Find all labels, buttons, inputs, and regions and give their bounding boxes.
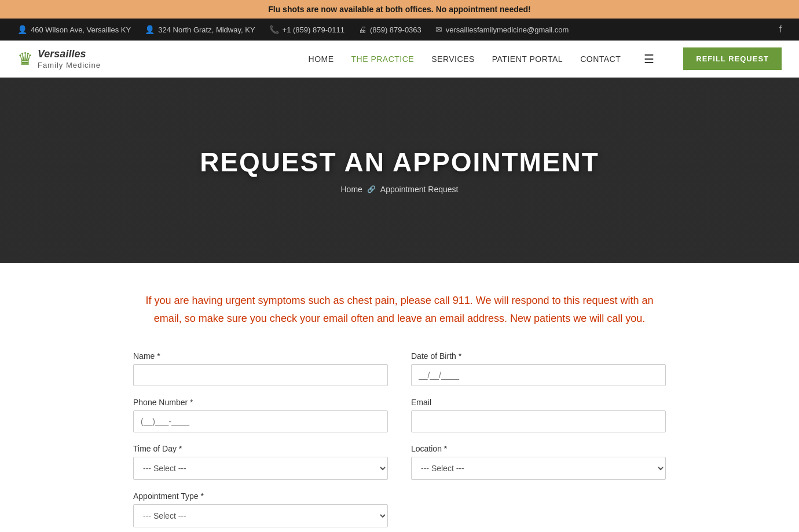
email-input[interactable]: [411, 410, 666, 432]
email-text: versaillesfamilymedicine@gmail.com: [446, 25, 569, 34]
email-label: Email: [411, 398, 666, 407]
address1-item: 👤 460 Wilson Ave, Versailles KY: [17, 25, 131, 34]
logo-name: Versailles: [38, 48, 101, 61]
hamburger-icon[interactable]: ☰: [644, 52, 654, 66]
nav-home[interactable]: HOME: [309, 54, 334, 64]
location2-icon: 👤: [145, 25, 155, 34]
name-label: Name *: [133, 351, 388, 361]
breadcrumb-home[interactable]: Home: [340, 185, 362, 194]
announcement-banner: Flu shots are now available at both offi…: [0, 0, 799, 19]
logo-subtitle: Family Medicine: [38, 61, 101, 70]
breadcrumb-separator: 🔗: [367, 185, 376, 193]
phone-label: Phone Number *: [133, 398, 388, 407]
dob-label: Date of Birth *: [411, 351, 666, 361]
location-select[interactable]: --- Select --- Versailles Midway: [411, 457, 666, 480]
appointment-type-group: Appointment Type * --- Select --- New Pa…: [133, 491, 388, 527]
site-header: ♛ Versailles Family Medicine HOME THE PR…: [0, 41, 799, 78]
fax-text: (859) 879-0363: [370, 25, 422, 34]
facebook-icon[interactable]: f: [779, 24, 782, 35]
breadcrumb-current: Appointment Request: [380, 185, 459, 194]
address2-text: 324 North Gratz, Midway, KY: [158, 25, 255, 34]
email-group: Email: [411, 398, 666, 432]
dob-input[interactable]: [411, 364, 666, 386]
location-group: Location * --- Select --- Versailles Mid…: [411, 444, 666, 480]
phone-item: 📞 +1 (859) 879-0111: [269, 25, 344, 34]
address2-item: 👤 324 North Gratz, Midway, KY: [145, 25, 255, 34]
logo-crown-icon: ♛: [17, 50, 33, 68]
hero-content: REQUEST AN APPOINTMENT Home 🔗 Appointmen…: [200, 146, 599, 194]
contact-bar: 👤 460 Wilson Ave, Versailles KY 👤 324 No…: [0, 19, 799, 41]
hero-section: REQUEST AN APPOINTMENT Home 🔗 Appointmen…: [0, 78, 799, 263]
address1-text: 460 Wilson Ave, Versailles KY: [31, 25, 131, 34]
nav-the-practice[interactable]: THE PRACTICE: [351, 54, 415, 64]
time-of-day-group: Time of Day * --- Select --- Morning Aft…: [133, 444, 388, 480]
nav-contact[interactable]: CONTACT: [580, 54, 621, 64]
appointment-form-section: If you are having urgent symptoms such a…: [116, 263, 683, 532]
location-label: Location *: [411, 444, 666, 453]
form-grid: Name * Date of Birth * Phone Number * Em…: [133, 351, 666, 527]
email-item: ✉ versaillesfamilymedicine@gmail.com: [435, 25, 569, 34]
time-of-day-select[interactable]: --- Select --- Morning Afternoon Evening: [133, 457, 388, 480]
appointment-form: Name * Date of Birth * Phone Number * Em…: [133, 351, 666, 527]
phone-group: Phone Number *: [133, 398, 388, 432]
urgent-notice: If you are having urgent symptoms such a…: [133, 292, 666, 327]
time-of-day-label: Time of Day *: [133, 444, 388, 453]
nav-patient-portal[interactable]: PATIENT PORTAL: [492, 54, 563, 64]
location-icon: 👤: [17, 25, 27, 34]
logo-link[interactable]: ♛ Versailles Family Medicine: [17, 48, 101, 69]
phone-text: +1 (859) 879-0111: [283, 25, 344, 34]
main-nav: HOME THE PRACTICE SERVICES PATIENT PORTA…: [309, 47, 782, 70]
name-group: Name *: [133, 351, 388, 386]
banner-text: Flu shots are now available at both offi…: [268, 5, 531, 14]
email-icon: ✉: [435, 25, 442, 34]
refill-request-button[interactable]: REFILL REQUEST: [683, 47, 782, 70]
dob-group: Date of Birth *: [411, 351, 666, 386]
name-input[interactable]: [133, 364, 388, 386]
hero-title: REQUEST AN APPOINTMENT: [200, 146, 599, 178]
appointment-type-select[interactable]: --- Select --- New Patient Established P…: [133, 504, 388, 527]
appointment-type-label: Appointment Type *: [133, 491, 388, 501]
breadcrumb: Home 🔗 Appointment Request: [200, 185, 599, 194]
phone-input[interactable]: [133, 410, 388, 432]
phone-icon: 📞: [269, 25, 279, 34]
fax-item: 🖨 (859) 879-0363: [358, 25, 422, 34]
fax-icon: 🖨: [358, 25, 366, 34]
nav-services[interactable]: SERVICES: [431, 54, 475, 64]
